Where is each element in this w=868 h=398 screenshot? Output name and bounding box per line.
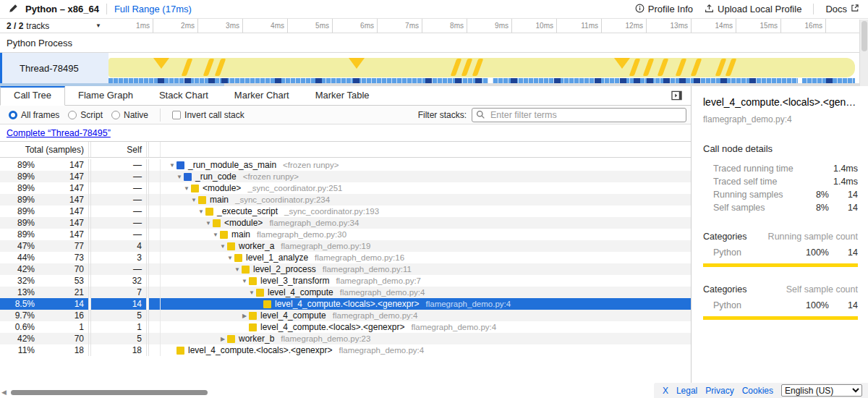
timeline-tick: 7ms bbox=[378, 19, 422, 33]
scroll-left-icon[interactable]: ◀ bbox=[1, 389, 7, 396]
tracks-visibility-dropdown[interactable]: 2 / 2 tracks ▼ bbox=[0, 19, 109, 33]
category-color-icon bbox=[234, 254, 242, 262]
total-cell: 47%77 bbox=[0, 240, 88, 252]
expander-icon[interactable]: ▼ bbox=[247, 289, 256, 296]
tree-cell: ▶level_4_computeflamegraph_demo.py:4 bbox=[161, 310, 691, 321]
call-tree-row[interactable]: 42%70—▼level_2_processflamegraph_demo.py… bbox=[0, 263, 691, 275]
call-tree-row[interactable]: 42%705▶worker_bflamegraph_demo.py:23 bbox=[0, 333, 691, 344]
timeline-header: 2 / 2 tracks ▼ 1ms2ms3ms4ms5ms6ms7ms8ms9… bbox=[0, 19, 868, 33]
timeline-vertical-scrollbar[interactable] bbox=[859, 20, 868, 86]
category-header: CategoriesSelf sample count bbox=[703, 284, 858, 295]
footer-link[interactable]: Privacy bbox=[705, 386, 733, 396]
upload-profile-button[interactable]: Upload Local Profile bbox=[705, 4, 801, 15]
category-value: 14 bbox=[829, 300, 858, 310]
timeline-ruler[interactable]: 1ms2ms3ms4ms5ms6ms7ms8ms9ms10ms11ms12ms1… bbox=[109, 19, 868, 33]
expander-icon[interactable]: ▼ bbox=[218, 243, 227, 250]
call-tree-row[interactable]: 0.6%11level_4_compute.<locals>.<genexpr>… bbox=[0, 321, 691, 333]
tab-call-tree[interactable]: Call Tree bbox=[0, 86, 65, 106]
self-cell: 14 bbox=[91, 298, 146, 310]
call-tree-row[interactable]: 44%733▼level_1_analyzeflamegraph_demo.py… bbox=[0, 252, 691, 263]
call-tree-row[interactable]: 89%147—▼_run_module_as_main<frozen runpy… bbox=[0, 159, 691, 171]
expander-icon[interactable]: ▶ bbox=[240, 313, 249, 319]
tab-bar: Call Tree Flame Graph Stack Chart Marker… bbox=[0, 86, 691, 106]
column-header-self[interactable]: Self bbox=[91, 142, 146, 157]
call-tree-row[interactable]: 32%5332▼level_3_transformflamegraph_demo… bbox=[0, 275, 691, 287]
timeline-tick: 9ms bbox=[467, 19, 512, 33]
footer-link[interactable]: Legal bbox=[676, 386, 697, 396]
function-name: level_4_compute bbox=[260, 310, 326, 321]
timeline-tick: 5ms bbox=[288, 19, 333, 33]
full-range-button[interactable]: Full Range (17ms) bbox=[114, 4, 192, 14]
detail-value: 14 bbox=[829, 203, 858, 213]
call-tree-row[interactable]: 9.7%165▶level_4_computeflamegraph_demo.p… bbox=[0, 310, 691, 321]
radio-all-frames[interactable]: All frames bbox=[9, 110, 59, 120]
tab-stack-chart[interactable]: Stack Chart bbox=[146, 86, 221, 105]
docs-link[interactable]: Docs bbox=[825, 4, 859, 14]
dark-sample-segment bbox=[184, 78, 191, 83]
sidebar-detail-row: Running samples8%14 bbox=[703, 188, 858, 201]
call-tree-row[interactable]: 89%147—▼main_sync_coordinator.py:234 bbox=[0, 194, 691, 206]
expander-icon[interactable]: ▼ bbox=[175, 174, 184, 180]
call-tree-row[interactable]: 89%147—▼mainflamegraph_demo.py:30 bbox=[0, 229, 691, 240]
footer-links: LegalPrivacyCookies bbox=[676, 386, 773, 396]
expander-icon[interactable]: ▼ bbox=[168, 162, 176, 169]
radio-script[interactable]: Script bbox=[68, 110, 103, 120]
radio-native[interactable]: Native bbox=[111, 110, 148, 120]
tab-flame-graph[interactable]: Flame Graph bbox=[65, 86, 146, 105]
expander-icon[interactable]: ▼ bbox=[233, 266, 242, 273]
profile-info-button[interactable]: Profile Info bbox=[635, 4, 693, 15]
thread-track-visualization[interactable] bbox=[109, 53, 868, 83]
call-tree-row[interactable]: 89%147—▼<module>_sync_coordinator.py:251 bbox=[0, 182, 691, 194]
detail-label: Traced running time bbox=[703, 164, 797, 174]
call-tree-row[interactable]: 89%147—▼_run_code<frozen runpy> bbox=[0, 171, 691, 182]
call-tree-row[interactable]: 11%1818level_4_compute.<locals>.<genexpr… bbox=[0, 344, 691, 356]
expander-icon[interactable]: ▼ bbox=[226, 255, 234, 261]
expander-icon[interactable]: ▼ bbox=[204, 220, 213, 226]
track-python-process[interactable]: Python Process bbox=[0, 33, 868, 53]
edit-pencil-icon[interactable] bbox=[9, 4, 18, 15]
checkbox-icon bbox=[172, 111, 181, 119]
filter-stacks-input[interactable] bbox=[472, 108, 686, 122]
expander-icon[interactable]: ▼ bbox=[240, 278, 249, 284]
call-tree-row[interactable]: 89%147—▼<module>flamegraph_demo.py:34 bbox=[0, 217, 691, 229]
column-mini bbox=[149, 344, 161, 356]
profile-name[interactable]: Python – x86_64 bbox=[25, 4, 99, 14]
expander-icon[interactable]: ▼ bbox=[190, 197, 198, 203]
call-tree-row[interactable]: 47%774▼worker_aflamegraph_demo.py:19 bbox=[0, 240, 691, 252]
footer-close-button[interactable]: X bbox=[663, 386, 668, 396]
timeline-vscroll-thumb[interactable] bbox=[861, 21, 867, 51]
total-samples: 77 bbox=[35, 241, 88, 251]
category-color-icon bbox=[176, 347, 184, 355]
chevron-down-icon: ▼ bbox=[95, 22, 101, 29]
call-tree-row[interactable]: 13%217▼level_4_computeflamegraph_demo.py… bbox=[0, 287, 691, 298]
call-tree-scrollbar-thumb[interactable] bbox=[11, 390, 208, 395]
invert-call-stack-checkbox[interactable]: Invert call stack bbox=[172, 110, 244, 120]
tab-marker-table[interactable]: Marker Table bbox=[302, 86, 383, 105]
expander-icon[interactable]: ▼ bbox=[211, 232, 220, 238]
expander-icon[interactable]: ▼ bbox=[197, 208, 205, 215]
activity-graph[interactable] bbox=[109, 58, 855, 77]
language-select[interactable]: English (US) bbox=[781, 384, 862, 397]
tab-marker-chart[interactable]: Marker Chart bbox=[221, 86, 302, 105]
call-tree-row[interactable]: 8.5%1414level_4_compute.<locals>.<genexp… bbox=[0, 298, 691, 310]
expander-icon[interactable]: ▶ bbox=[218, 336, 227, 342]
column-header-total[interactable]: Total (samples) bbox=[0, 142, 88, 157]
self-cell: — bbox=[91, 217, 146, 229]
total-cell: 11%18 bbox=[0, 344, 88, 356]
samples-strip[interactable] bbox=[109, 78, 855, 83]
call-tree-horizontal-scrollbar[interactable]: ◀ bbox=[1, 389, 208, 396]
breadcrumb-complete-thread[interactable]: Complete “Thread-78495” bbox=[7, 128, 111, 138]
track-thread[interactable]: Thread-78495 bbox=[0, 53, 868, 83]
search-icon bbox=[476, 110, 485, 122]
detail-value: 1.4ms bbox=[829, 164, 858, 174]
call-tree-row[interactable]: 89%147—▼_execute_script_sync_coordinator… bbox=[0, 206, 691, 217]
dark-sample-segment bbox=[158, 78, 164, 83]
category-color-icon bbox=[242, 266, 250, 274]
expander-icon[interactable]: ▼ bbox=[182, 185, 191, 192]
total-percent: 89% bbox=[0, 206, 35, 216]
footer-link[interactable]: Cookies bbox=[742, 386, 773, 396]
sidebar-toggle-icon[interactable] bbox=[671, 90, 682, 103]
total-samples: 70 bbox=[35, 334, 88, 344]
thread-track-label[interactable]: Thread-78495 bbox=[0, 53, 109, 83]
column-mini bbox=[149, 229, 161, 240]
